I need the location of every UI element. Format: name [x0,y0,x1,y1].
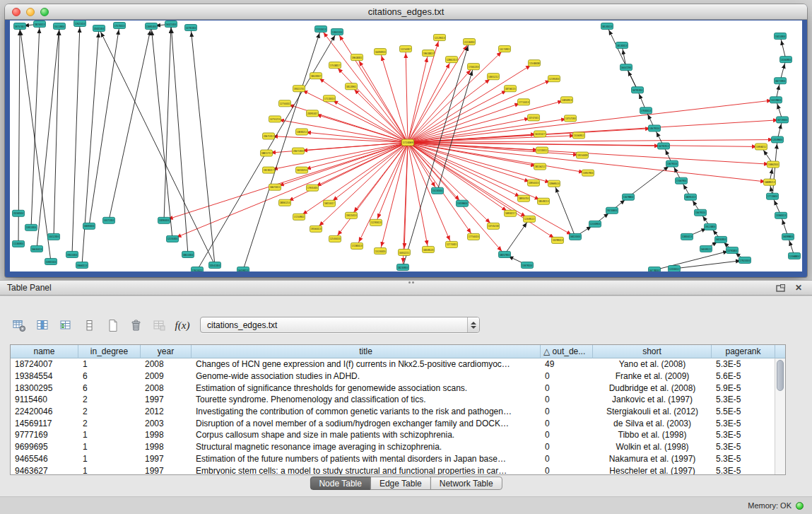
graph-node[interactable]: 17710604 [767,193,779,199]
graph-node[interactable]: 12534410 [329,235,341,242]
graph-node[interactable]: 15164912 [573,132,585,139]
table-mode-button[interactable] [11,317,27,333]
graph-node[interactable]: 22226304 [464,39,476,45]
graph-node[interactable]: 11679804 [623,194,635,200]
graph-node[interactable]: 17931405 [307,185,319,191]
show-columns-button[interactable] [35,317,50,333]
new-table-button[interactable] [105,317,120,333]
graph-node[interactable]: 17930413 [640,107,652,114]
table-row[interactable]: 969969511998Structural magnetic resonanc… [11,441,785,453]
float-panel-button[interactable] [774,282,787,293]
graph-node[interactable]: 12254307 [400,46,412,52]
column-header-name[interactable]: name [11,345,78,358]
graph-node[interactable]: 16950217 [505,210,517,216]
network-window-titlebar[interactable]: citations_edges.txt [5,4,807,20]
graph-node[interactable]: 19415313 [346,212,358,218]
close-panel-button[interactable]: ✕ [792,282,805,293]
graph-node[interactable]: 12349122 [524,216,536,222]
table-row[interactable]: 1456911722003Disruption of a novel membe… [11,417,785,429]
graph-node[interactable]: 15862044 [767,161,779,168]
graph-node[interactable]: 12754432 [279,100,291,107]
graph-node[interactable]: 16791913 [658,143,670,149]
graph-node[interactable]: 18061214 [279,199,291,206]
graph-node[interactable]: 10747441 [528,115,540,121]
graph-node[interactable]: 17714413 [518,99,530,105]
graph-node[interactable]: 15134504 [432,187,444,194]
graph-node[interactable]: 18130413 [601,23,613,30]
graph-node[interactable]: 17518017 [329,62,341,69]
graph-node[interactable]: 13164904 [780,57,792,63]
column-header-title[interactable]: title [192,345,541,358]
graph-node[interactable]: 15679104 [695,209,707,216]
graph-node[interactable]: 16791304 [632,87,644,93]
graph-node[interactable]: 12210412 [536,147,548,153]
graph-node[interactable]: 15014904 [775,33,787,40]
table-row[interactable]: 2242004622012Investigating the contribut… [11,406,785,418]
graph-node[interactable]: 18420047 [310,73,322,79]
graph-node[interactable]: 20260504 [13,210,25,216]
graph-node[interactable]: 17110414 [324,95,336,102]
graph-node[interactable]: 14471304 [103,217,115,223]
graph-node[interactable]: 19610813 [423,50,435,57]
table-row[interactable]: 1938455462009Genome-wide association stu… [11,370,785,382]
minimize-button[interactable] [26,8,35,16]
network-canvas[interactable]: 1724069122543071649491019618301175180171… [10,21,802,271]
graph-node[interactable]: 20671312 [263,133,275,139]
graph-node[interactable]: 11184904 [13,240,25,247]
graph-node[interactable]: 18057904 [499,251,511,257]
table-row[interactable]: 946362711997Embryonic stem cells: a mode… [11,465,785,475]
column-header-out_de[interactable]: △ out_de... [541,345,593,358]
table-source-select[interactable]: citations_edges.txt [200,317,480,333]
graph-node[interactable]: 13679104 [666,160,678,167]
graph-node[interactable]: 14791304 [185,25,197,31]
function-builder-button[interactable]: f(x) [175,317,190,333]
close-button[interactable] [12,8,20,16]
graph-node[interactable]: 10969513 [548,180,560,187]
graph-node[interactable]: 16099804 [782,233,794,240]
graph-node[interactable]: 13094404 [158,217,170,223]
graph-node[interactable]: 1724069 [402,139,414,146]
graph-node[interactable]: 10541304 [209,262,221,268]
graph-node[interactable]: 17280413 [351,243,363,249]
graph-node[interactable]: 10954410 [528,180,540,186]
import-table-button[interactable] [151,317,167,333]
graph-node[interactable]: 14419604 [770,97,782,103]
graph-node[interactable]: 14751215 [269,116,281,122]
graph-node[interactable]: 15134405 [375,247,387,254]
graph-node[interactable]: 16693404 [83,223,95,229]
tab-edge-table[interactable]: Edge Table [370,477,431,490]
table-scrollbar[interactable] [775,358,785,474]
zoom-button[interactable] [40,8,49,16]
graph-node[interactable]: 18250413 [34,21,46,28]
graph-node[interactable]: 16310255 [296,167,308,173]
graph-node[interactable]: 11921414 [74,21,86,27]
graph-node[interactable]: 19618301 [351,54,363,61]
graph-node[interactable]: 17310413 [315,26,327,33]
graph-node[interactable]: 18130313 [616,42,628,49]
graph-node[interactable]: 18614304 [182,251,194,257]
graph-node[interactable]: 20671303 [293,148,305,154]
row-height-button[interactable] [81,317,97,333]
column-header-in_degree[interactable]: in_degree [78,345,141,358]
graph-node[interactable]: 18091413 [685,194,697,200]
graph-node[interactable]: 19124804 [705,223,717,230]
graph-node[interactable]: 15979104 [522,262,534,268]
graph-node[interactable]: 12841104 [331,29,343,35]
graph-node[interactable]: 12049604 [772,136,784,143]
graph-node[interactable]: 11691404 [146,23,158,30]
graph-node[interactable]: 12293413 [370,219,382,226]
graph-node[interactable]: 16342211 [399,249,411,255]
tab-network-table[interactable]: Network Table [430,477,502,490]
graph-node[interactable]: 14651212 [488,74,500,80]
graph-node[interactable]: 16673411 [269,184,281,190]
graph-node[interactable]: 13360413 [775,212,787,218]
graph-node[interactable]: 14850913 [561,97,573,103]
column-header-year[interactable]: year [141,345,192,358]
graph-node[interactable]: 18349120 [423,246,435,252]
graph-node[interactable]: 13791804 [726,247,739,253]
graph-node[interactable]: 16494910 [375,49,387,55]
graph-node[interactable]: 15913304 [25,224,37,230]
graph-node[interactable]: 17754410 [468,233,480,240]
column-header-short[interactable]: short [593,345,712,358]
graph-node[interactable]: 16634413 [31,245,43,252]
